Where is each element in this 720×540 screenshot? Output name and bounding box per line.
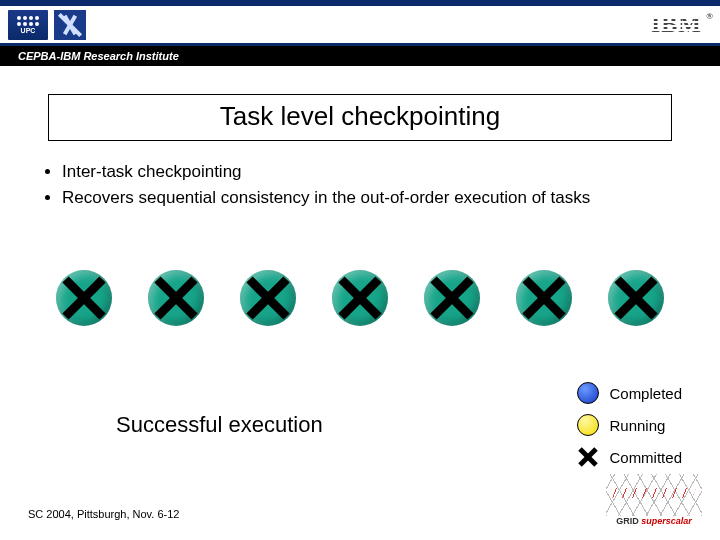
footer-citation: SC 2004, Pittsburgh, Nov. 6-12 <box>28 508 179 520</box>
completed-dot-icon <box>577 382 599 404</box>
task-node <box>516 270 572 326</box>
upc-logo-text: UPC <box>21 27 36 34</box>
bullet-item: Inter-task checkpointing <box>62 159 686 185</box>
institute-strip: CEPBA-IBM Research Institute <box>0 46 720 66</box>
ibm-small-logo <box>54 10 86 40</box>
task-node <box>148 270 204 326</box>
legend-label: Completed <box>609 385 682 402</box>
successful-execution-label: Successful execution <box>116 412 323 438</box>
legend-completed: Completed <box>577 382 682 404</box>
legend: Completed Running Committed <box>577 382 682 468</box>
mesh-icon <box>606 474 702 516</box>
bullet-list: Inter-task checkpointing Recovers sequen… <box>34 159 686 210</box>
grid-logo-prefix: GRID <box>616 516 639 526</box>
legend-committed: Committed <box>577 446 682 468</box>
legend-running: Running <box>577 414 682 436</box>
legend-label: Committed <box>609 449 682 466</box>
task-row <box>0 270 720 326</box>
grid-superscalar-logo: GRID superscalar <box>606 474 702 526</box>
ibm-logo: IBM <box>651 11 712 38</box>
task-node <box>332 270 388 326</box>
slide-title: Task level checkpointing <box>48 94 672 141</box>
task-node <box>56 270 112 326</box>
legend-label: Running <box>609 417 665 434</box>
bullet-item: Recovers sequential consistency in the o… <box>62 185 686 211</box>
header-bar: UPC IBM <box>0 0 720 46</box>
grid-logo-suffix: superscalar <box>641 516 692 526</box>
institute-name: CEPBA-IBM Research Institute <box>18 50 179 62</box>
left-logos: UPC <box>8 10 86 40</box>
task-node <box>240 270 296 326</box>
running-dot-icon <box>577 414 599 436</box>
upc-logo: UPC <box>8 10 48 40</box>
task-node <box>608 270 664 326</box>
committed-cross-icon <box>577 446 599 468</box>
task-node <box>424 270 480 326</box>
